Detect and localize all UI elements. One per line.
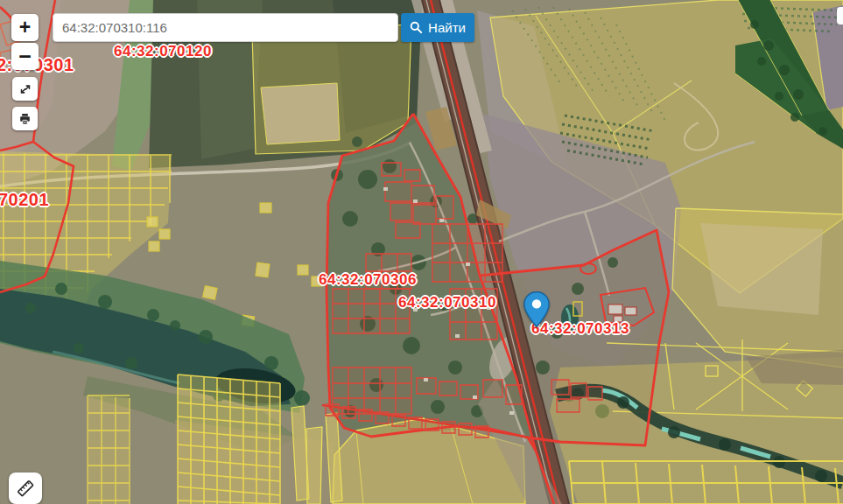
fullscreen-button[interactable] bbox=[12, 77, 38, 101]
ruler-icon bbox=[14, 477, 37, 500]
cadastral-map-app: 2:070301 64:32:070120 70201 64:32:070306… bbox=[0, 0, 843, 504]
print-button[interactable] bbox=[12, 107, 38, 130]
printer-icon bbox=[18, 112, 32, 126]
edge-artifact bbox=[837, 7, 843, 24]
search-input[interactable] bbox=[53, 13, 398, 42]
measure-ruler-button[interactable] bbox=[9, 472, 42, 504]
search-button[interactable]: Найти bbox=[401, 13, 474, 42]
map-canvas[interactable] bbox=[0, 0, 843, 504]
zoom-out-button[interactable]: − bbox=[11, 43, 39, 70]
zoom-in-button[interactable]: + bbox=[11, 14, 39, 41]
expand-arrows-icon bbox=[18, 81, 33, 97]
search-icon bbox=[410, 21, 423, 34]
search-button-label: Найти bbox=[428, 20, 466, 35]
